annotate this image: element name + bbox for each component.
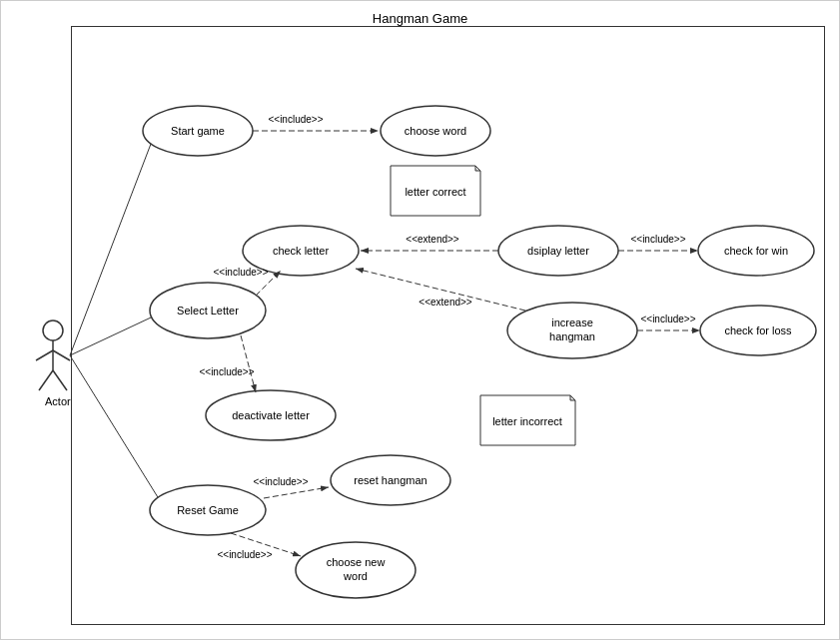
svg-line-27 — [241, 335, 256, 392]
check-letter-label: check letter — [273, 245, 330, 257]
choose-new-word-label2: word — [343, 570, 368, 582]
svg-line-2 — [36, 350, 53, 360]
choose-new-word-label1: choose new — [327, 556, 386, 568]
svg-line-5 — [53, 370, 67, 390]
reset-game-label: Reset Game — [177, 504, 239, 516]
diagram-svg: Actor Start game choose word check lette… — [1, 1, 840, 640]
check-for-win-label: check for win — [724, 245, 788, 257]
start-game-label: Start game — [171, 125, 225, 137]
deactivate-letter-label: deactivate letter — [232, 409, 310, 421]
include-select-check: <<include>> — [213, 267, 268, 278]
include-display-win: <<include>> — [630, 234, 685, 245]
increase-hangman-label2: hangman — [549, 330, 595, 342]
extend-display-check: <<extend>> — [406, 234, 459, 245]
check-for-loss-label: check for loss — [724, 324, 792, 336]
svg-marker-22 — [475, 166, 480, 171]
svg-line-4 — [39, 370, 53, 390]
svg-point-0 — [43, 320, 63, 340]
extend-increase-check: <<extend>> — [419, 297, 472, 308]
letter-correct-note: letter correct — [405, 186, 465, 198]
letter-incorrect-note: letter incorrect — [492, 415, 562, 427]
include-increase-loss: <<include>> — [640, 314, 695, 324]
svg-line-3 — [53, 350, 70, 360]
svg-line-32 — [264, 487, 329, 498]
reset-hangman-label: reset hangman — [354, 474, 426, 486]
svg-marker-24 — [570, 395, 575, 400]
include-start-choose: <<include>> — [268, 114, 323, 125]
include-select-deactivate: <<include>> — [199, 366, 254, 377]
choose-word-label: choose word — [405, 125, 466, 137]
select-letter-label: Select Letter — [177, 305, 239, 317]
svg-line-8 — [70, 355, 166, 510]
diagram-container: Hangman Game Actor Start game choose wor… — [0, 0, 840, 640]
display-letter-label: dsiplay letter — [527, 245, 589, 257]
actor-label: Actor — [45, 395, 71, 407]
include-reset-newword: <<include>> — [217, 549, 272, 560]
include-reset-hangman: <<include>> — [253, 476, 308, 487]
increase-hangman-label1: increase — [551, 317, 593, 328]
